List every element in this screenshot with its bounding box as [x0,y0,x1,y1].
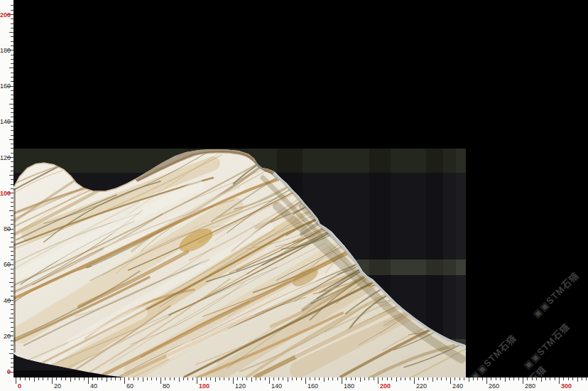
ruler-tick [563,377,564,380]
ruler-tick [523,377,523,384]
ruler-tick [459,377,460,380]
ruler-tick [337,377,338,380]
ruler-tick [9,247,13,247]
ruler-tick [97,377,98,380]
ruler-tick [138,377,138,380]
ruler-tick [147,377,148,380]
ruler-tick [16,377,16,384]
ruler-tick [11,309,13,310]
ruler-tick [342,377,342,384]
ruler-label: 0 [0,368,11,375]
ruler-tick [324,377,325,382]
ruler-tick [11,5,13,6]
ruler-tick [88,377,89,384]
ruler-tick [532,377,533,380]
ruler-tick [11,255,13,256]
ruler-tick [11,327,13,328]
ruler-tick [11,242,13,242]
ruler-label: 180 [344,382,354,390]
ruler-tick [396,377,397,382]
ruler-tick [454,377,455,380]
ruler-tick [9,104,13,105]
ruler-tick [428,377,428,380]
ruler-tick [450,377,451,384]
ruler-tick [11,233,13,234]
ruler-tick [11,269,13,269]
ruler-tick [9,353,13,354]
ruler-tick [11,55,13,55]
ruler-tick [288,377,288,382]
ruler-tick [391,377,392,380]
ruler-tick [319,377,320,380]
ruler-tick [423,377,424,380]
ruler-tick [174,377,175,380]
ruler-tick [20,377,21,380]
ruler-tick [9,32,13,33]
ruler-tick [11,23,13,24]
ruler-tick [11,273,13,274]
ruler-tick [464,377,464,380]
ruler-tick [242,377,243,380]
ruler-tick [92,377,93,380]
ruler-tick [165,377,165,380]
ruler-label: 20 [54,382,61,390]
ruler-tick [210,377,211,380]
ruler-tick [310,377,310,380]
ruler-tick [11,179,13,180]
ruler-label: 260 [489,382,499,390]
ruler-tick [124,377,125,384]
ruler-tick [296,377,297,380]
ruler-tick [11,28,13,28]
ruler-tick [75,377,75,380]
ruler-label: 240 [452,382,463,390]
ruler-label: 60 [126,382,134,390]
ruler-tick [582,377,582,380]
ruler-tick [233,377,234,384]
ruler-tick [34,377,35,382]
ruler-tick [355,377,356,380]
ruler-tick [11,184,13,185]
ruler-label: 40 [0,297,11,304]
ruler-tick [11,77,13,77]
ruler-tick [418,377,419,380]
ruler-tick [559,377,560,384]
ruler-tick [11,135,13,136]
ruler-label: 160 [0,82,11,90]
ruler-tick [378,377,379,384]
ruler-tick [11,126,13,127]
ruler-tick [346,377,347,380]
ruler-tick [56,377,57,380]
ruler-tick [160,377,161,384]
ruler-label: 280 [525,382,535,390]
ruler-tick [11,322,13,323]
ruler-tick [84,377,85,380]
ruler-tick [477,377,478,380]
ruler-tick [572,377,573,380]
ruler-tick [387,377,388,380]
ruler-label: 60 [0,261,11,268]
ruler-tick [555,377,555,380]
ruler-tick [11,206,13,207]
ruler-tick [432,377,433,382]
ruler-tick [11,112,13,113]
ruler-label: 40 [90,382,97,390]
ruler-label: 80 [163,382,170,390]
ruler-tick [278,377,279,380]
ruler-tick [410,377,410,380]
ruler-tick [11,41,13,42]
ruler-tick [9,175,13,176]
ruler-tick [219,377,220,380]
ruler-tick [401,377,401,380]
ruler-tick [251,377,252,382]
ruler-label: 100 [0,190,11,197]
ruler-tick [11,220,13,220]
ruler-tick [382,377,383,380]
ruler-tick [11,63,13,64]
ruler-tick [115,377,116,380]
ruler-tick [11,99,13,100]
ruler-label: 140 [271,382,282,390]
ruler-tick [143,377,143,382]
ruler-bottom: 0204060801001201401601802002202402602803… [0,377,588,391]
ruler-tick [9,282,13,283]
ruler-tick [292,377,293,380]
